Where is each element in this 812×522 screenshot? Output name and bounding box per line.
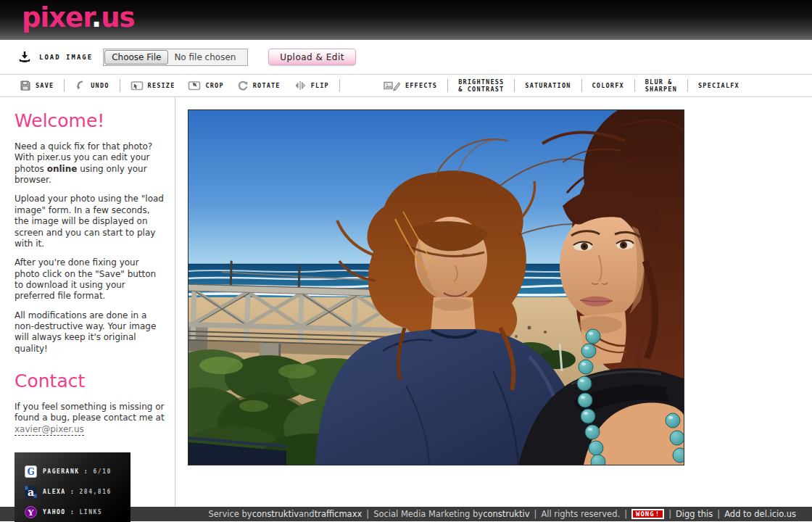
contact-email-link[interactable]: xavier@pixer.us bbox=[14, 424, 84, 436]
badge-row-alexa: a ALEXA : 284,816 bbox=[25, 481, 130, 502]
footer-service-text: Service by bbox=[208, 509, 252, 519]
quality-paragraph: All modifications are done in a non-dest… bbox=[14, 310, 165, 355]
popuri-badge: G PAGERANK : 6/10 a ALEXA : 284,816 Y Y bbox=[14, 452, 130, 522]
logo-post: us bbox=[101, 2, 134, 33]
toolbar-separator bbox=[687, 79, 688, 92]
toolbar-colorfx[interactable]: COLORFX bbox=[586, 82, 631, 89]
toolbar-specialfx[interactable]: SPECIALFX bbox=[692, 82, 746, 89]
toolbar-separator bbox=[634, 79, 635, 92]
toolbar-resize[interactable]: RESIZE bbox=[124, 80, 182, 91]
editor-toolbar: SAVE UNDO RESIZE CROP ROTATE bbox=[0, 75, 812, 97]
toolbar-brightness-contrast[interactable]: BRIGHTNESS& CONTRAST bbox=[452, 78, 510, 93]
load-image-label: LOAD IMAGE bbox=[39, 54, 93, 61]
upload-bar: LOAD IMAGE Choose File No file chosen Up… bbox=[0, 40, 812, 75]
google-icon: G bbox=[25, 465, 37, 478]
intro-paragraph: Need a quick fix for that photo? With pi… bbox=[14, 141, 165, 186]
contact-paragraph: If you feel something is missing or foun… bbox=[14, 402, 165, 435]
wong-badge[interactable]: WONG! bbox=[631, 509, 664, 519]
svg-text:Y: Y bbox=[28, 508, 34, 517]
toolbar-effects[interactable]: EFFECTS bbox=[377, 80, 444, 91]
rotate-icon bbox=[237, 80, 249, 91]
editor-main-area bbox=[175, 97, 812, 507]
construktiv-link[interactable]: construktiv bbox=[252, 509, 299, 519]
toolbar-separator bbox=[64, 79, 65, 92]
alexa-icon: a bbox=[25, 486, 37, 498]
undo-icon bbox=[75, 80, 86, 91]
toolbar-separator bbox=[581, 79, 582, 92]
file-status-text: No file chosen bbox=[174, 52, 236, 62]
choose-file-button[interactable]: Choose File bbox=[104, 50, 168, 65]
footer-smm-text: Social Media Marketing by bbox=[373, 509, 483, 519]
beach-selfie-photo bbox=[188, 110, 684, 465]
toolbar-blur-sharpen[interactable]: BLUR &SHARPEN bbox=[639, 78, 684, 93]
contact-heading: Contact bbox=[14, 370, 166, 392]
logo-dot: . bbox=[91, 2, 101, 33]
toolbar-flip[interactable]: FLIP bbox=[287, 80, 336, 91]
crop-icon bbox=[188, 80, 201, 91]
pixer-logo: pixer.us bbox=[22, 4, 812, 31]
toolbar-separator bbox=[339, 79, 340, 92]
upload-paragraph: Upload your photo using the "load image"… bbox=[14, 194, 165, 249]
toolbar-separator bbox=[447, 79, 448, 92]
sidebar: Welcome! Need a quick fix for that photo… bbox=[0, 97, 175, 507]
flip-icon bbox=[294, 80, 307, 91]
trafficmaxx-link[interactable]: trafficmaxx bbox=[315, 509, 362, 519]
toolbar-separator bbox=[514, 79, 515, 92]
delicious-link[interactable]: Add to del.icio.us bbox=[724, 509, 796, 519]
toolbar-saturation[interactable]: SATURATION bbox=[518, 82, 577, 89]
toolbar-rotate[interactable]: ROTATE bbox=[231, 80, 287, 91]
save-paragraph: After you're done fixing your photo clic… bbox=[14, 257, 165, 302]
file-input[interactable]: Choose File No file chosen bbox=[103, 49, 248, 66]
photo-canvas bbox=[188, 109, 684, 465]
resize-icon bbox=[130, 80, 144, 91]
save-icon bbox=[20, 80, 31, 91]
svg-text:a: a bbox=[28, 486, 34, 497]
toolbar-crop[interactable]: CROP bbox=[181, 80, 230, 91]
footer-rights-text: All rights reserved. bbox=[541, 509, 620, 519]
badge-row-yahoo: Y YAHOO : LINKS bbox=[25, 502, 130, 522]
construktiv-link-2[interactable]: construktiv bbox=[483, 509, 529, 519]
digg-link[interactable]: Digg this bbox=[676, 509, 713, 519]
yahoo-icon: Y bbox=[25, 506, 37, 518]
content-area: Welcome! Need a quick fix for that photo… bbox=[0, 97, 812, 507]
welcome-heading: Welcome! bbox=[14, 110, 166, 131]
logo-pre: pixer bbox=[22, 2, 91, 33]
badge-row-pagerank: G PAGERANK : 6/10 bbox=[25, 461, 130, 481]
toolbar-separator bbox=[120, 79, 120, 92]
site-header: pixer.us bbox=[0, 0, 812, 40]
load-image-icon bbox=[17, 50, 32, 65]
effects-icon bbox=[384, 80, 401, 91]
svg-text:G: G bbox=[27, 467, 34, 477]
toolbar-save[interactable]: SAVE bbox=[13, 80, 60, 91]
upload-edit-button[interactable]: Upload & Edit bbox=[268, 49, 356, 65]
toolbar-undo[interactable]: UNDO bbox=[68, 80, 115, 91]
